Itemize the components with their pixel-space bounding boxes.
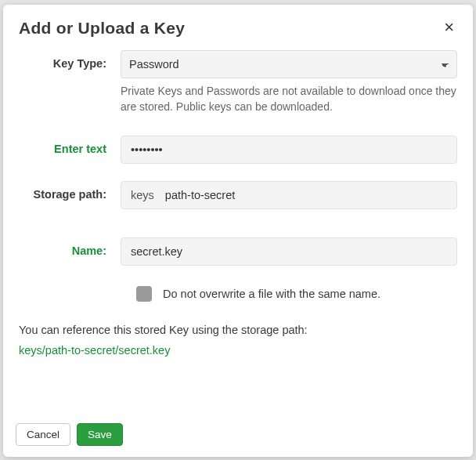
overwrite-checkbox[interactable] xyxy=(136,286,152,302)
storage-path-label: Storage path: xyxy=(19,181,121,201)
key-type-label: Key Type: xyxy=(19,50,121,70)
key-type-select[interactable]: Password xyxy=(121,50,457,78)
add-key-modal: Add or Upload a Key × Key Type: Password… xyxy=(3,5,473,457)
reference-intro: You can reference this stored Key using … xyxy=(19,324,457,336)
enter-text-label: Enter text xyxy=(19,136,121,155)
row-key-type: Key Type: Password Private Keys and Pass… xyxy=(19,50,457,129)
enter-text-input[interactable] xyxy=(121,136,457,164)
storage-path-input[interactable] xyxy=(160,182,456,208)
storage-path-group: keys xyxy=(121,181,457,209)
row-overwrite: Do not overwrite a file with the same na… xyxy=(136,286,457,302)
row-enter-text: Enter text xyxy=(19,136,457,164)
key-type-help: Private Keys and Passwords are not avail… xyxy=(121,83,457,115)
row-name: Name: xyxy=(19,237,457,266)
modal-footer: Cancel Save xyxy=(3,412,473,457)
modal-header: Add or Upload a Key × xyxy=(3,5,473,42)
overwrite-label: Do not overwrite a file with the same na… xyxy=(163,288,380,300)
name-label: Name: xyxy=(19,237,121,257)
row-storage-path: Storage path: keys xyxy=(19,181,457,209)
modal-body: Key Type: Password Private Keys and Pass… xyxy=(3,42,473,412)
storage-path-prefix: keys xyxy=(121,182,160,208)
close-icon[interactable]: × xyxy=(441,19,457,36)
modal-title: Add or Upload a Key xyxy=(19,19,185,38)
save-button[interactable]: Save xyxy=(77,423,123,446)
cancel-button[interactable]: Cancel xyxy=(16,423,70,446)
reference-path: keys/path-to-secret/secret.key xyxy=(19,344,457,357)
name-input[interactable] xyxy=(121,237,457,266)
